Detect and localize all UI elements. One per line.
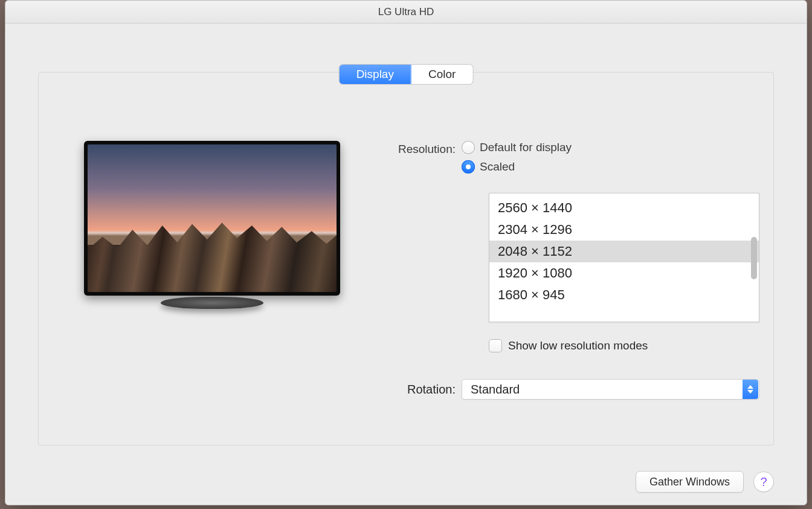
resolution-item[interactable]: 2560 × 1440 [489, 197, 759, 219]
checkbox-label: Show low resolution modes [508, 339, 648, 352]
stepper-arrows-icon [743, 380, 758, 399]
resolution-label: Resolution: [368, 141, 462, 156]
rotation-row: Rotation: Standard [376, 379, 759, 400]
show-low-resolution-modes[interactable]: Show low resolution modes [489, 339, 648, 352]
radio-label-scaled: Scaled [480, 160, 515, 173]
tab-display[interactable]: Display [340, 65, 411, 84]
resolution-item[interactable]: 1920 × 1080 [489, 262, 759, 284]
resolution-item[interactable]: 3008 × 1692 [489, 193, 759, 197]
help-button[interactable]: ? [753, 472, 774, 492]
radio-scaled[interactable]: Scaled [462, 160, 572, 173]
display-preview-stand [161, 297, 263, 309]
radio-icon [462, 160, 475, 173]
checkbox-icon [489, 339, 502, 352]
display-preview-bezel [84, 141, 340, 296]
resolution-item-selected[interactable]: 2048 × 1152 [489, 241, 759, 262]
resolution-options: Resolution: Default for display Scaled [368, 141, 753, 184]
display-preview [84, 141, 340, 309]
tabs-segmented-control: Display Color [340, 65, 473, 84]
bottom-bar: Gather Windows ? [5, 471, 807, 493]
rotation-select[interactable]: Standard [462, 379, 759, 400]
resolution-item[interactable]: 2304 × 1296 [489, 219, 759, 241]
gather-windows-button[interactable]: Gather Windows [636, 471, 744, 493]
window-content: Display Color Resolution: Default for di… [5, 24, 807, 505]
resolution-item[interactable]: 1680 × 945 [489, 284, 759, 306]
radio-icon [462, 141, 475, 154]
tab-color[interactable]: Color [411, 65, 472, 84]
window-titlebar: LG Ultra HD [5, 1, 807, 24]
display-preview-screen [88, 144, 337, 292]
window-title: LG Ultra HD [378, 6, 434, 18]
radio-default-for-display[interactable]: Default for display [462, 141, 572, 154]
help-icon: ? [760, 475, 767, 489]
preferences-window: LG Ultra HD Display Color Resolution: De… [5, 0, 807, 505]
rotation-value: Standard [471, 383, 520, 397]
rotation-label: Rotation: [376, 383, 462, 397]
radio-label-default: Default for display [480, 141, 572, 154]
resolution-list[interactable]: 3008 × 1692 2560 × 1440 2304 × 1296 2048… [489, 193, 759, 322]
